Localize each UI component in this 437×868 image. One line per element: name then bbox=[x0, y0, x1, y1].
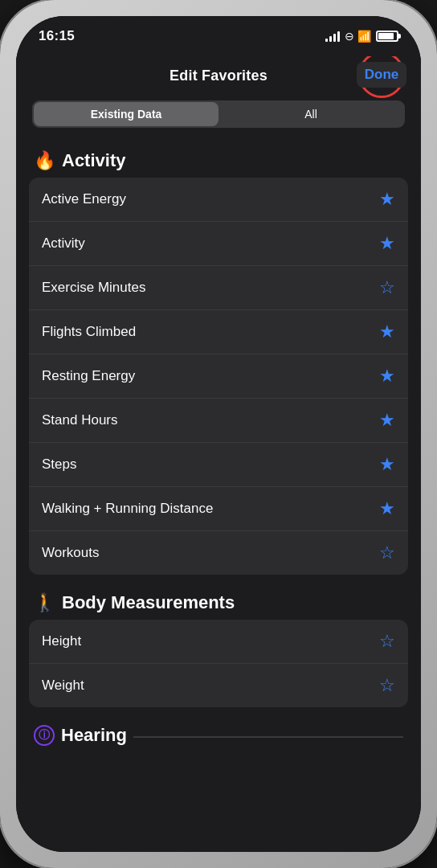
done-button[interactable]: Done bbox=[357, 62, 407, 88]
body-measurements-list: Height Weight bbox=[29, 620, 408, 707]
body-icon: 🚶 bbox=[34, 592, 55, 613]
scroll-area[interactable]: 🔥 Activity Active Energy Activity Exerci… bbox=[16, 139, 421, 852]
phone-frame: 16:15 ⊖ 📶 Edit Favorites bbox=[0, 0, 437, 868]
item-label: Walking + Running Distance bbox=[42, 501, 213, 517]
body-measurements-section-title: Body Measurements bbox=[62, 592, 235, 613]
star-icon[interactable] bbox=[379, 321, 395, 342]
star-icon[interactable] bbox=[379, 631, 395, 652]
item-label: Exercise Minutes bbox=[42, 280, 145, 296]
hearing-section-line bbox=[133, 736, 403, 738]
list-item[interactable]: Height bbox=[29, 620, 408, 664]
screen-content: Edit Favorites Done Existing Data All bbox=[16, 56, 421, 852]
status-icons: ⊖ 📶 bbox=[325, 30, 398, 43]
segment-control: Existing Data All bbox=[16, 92, 421, 139]
segment-all[interactable]: All bbox=[218, 102, 403, 126]
item-label: Height bbox=[42, 633, 81, 649]
segment-existing-data[interactable]: Existing Data bbox=[34, 102, 218, 126]
activity-list: Active Energy Activity Exercise Minutes … bbox=[29, 178, 408, 575]
item-label: Weight bbox=[42, 678, 84, 694]
list-item[interactable]: Exercise Minutes bbox=[29, 266, 408, 310]
star-icon[interactable] bbox=[379, 542, 395, 563]
done-button-wrapper: Done bbox=[358, 56, 405, 98]
item-label: Activity bbox=[42, 235, 85, 252]
item-label: Flights Climbed bbox=[42, 324, 136, 340]
list-item[interactable]: Steps bbox=[29, 443, 408, 487]
star-icon[interactable] bbox=[379, 277, 395, 298]
list-item[interactable]: Activity bbox=[29, 222, 408, 266]
star-icon[interactable] bbox=[379, 454, 395, 475]
nav-title: Edit Favorites bbox=[169, 68, 268, 84]
item-label: Active Energy bbox=[42, 191, 126, 207]
star-icon[interactable] bbox=[379, 498, 395, 519]
body-measurements-section-header: 🚶 Body Measurements bbox=[29, 581, 408, 620]
list-item[interactable]: Weight bbox=[29, 664, 408, 707]
list-item[interactable]: Flights Climbed bbox=[29, 310, 408, 354]
item-label: Steps bbox=[42, 457, 76, 473]
list-item[interactable]: Workouts bbox=[29, 531, 408, 575]
flame-icon: 🔥 bbox=[34, 150, 55, 171]
status-bar: 16:15 ⊖ 📶 bbox=[16, 16, 421, 56]
list-item[interactable]: Resting Energy bbox=[29, 354, 408, 399]
wifi-icon: ⊖ 📶 bbox=[345, 30, 371, 43]
list-item[interactable]: Stand Hours bbox=[29, 399, 408, 443]
list-item[interactable]: Active Energy bbox=[29, 178, 408, 222]
star-icon[interactable] bbox=[379, 189, 395, 210]
list-item[interactable]: Walking + Running Distance bbox=[29, 487, 408, 531]
item-label: Resting Energy bbox=[42, 368, 135, 384]
hearing-section-header: ⓘ Hearing bbox=[29, 714, 408, 752]
star-icon[interactable] bbox=[379, 675, 395, 696]
status-time: 16:15 bbox=[39, 28, 75, 44]
activity-section-header: 🔥 Activity bbox=[29, 139, 408, 178]
phone-screen: 16:15 ⊖ 📶 Edit Favorites bbox=[16, 16, 421, 852]
item-label: Workouts bbox=[42, 545, 100, 561]
battery-icon bbox=[376, 31, 398, 42]
star-icon[interactable] bbox=[379, 410, 395, 431]
star-icon[interactable] bbox=[379, 233, 395, 254]
signal-icon bbox=[325, 31, 340, 42]
nav-bar: Edit Favorites Done bbox=[16, 56, 421, 92]
done-button-ring: Done bbox=[358, 56, 405, 98]
hearing-icon: ⓘ bbox=[34, 725, 55, 746]
item-label: Stand Hours bbox=[42, 412, 118, 428]
activity-section-title: Activity bbox=[62, 150, 125, 171]
star-icon[interactable] bbox=[379, 366, 395, 387]
hearing-section-title: Hearing bbox=[61, 725, 127, 746]
